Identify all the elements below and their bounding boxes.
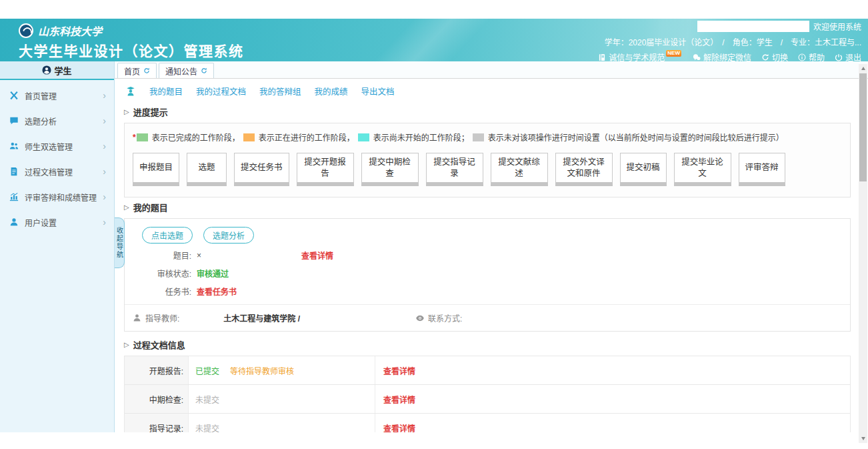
header-right: 欢迎使用系统 学年：2020届毕业设计（论文） / 角色：学生 / 专业：土木工…	[598, 21, 861, 63]
menu-item-icon	[9, 116, 19, 125]
scrollbar-thumb[interactable]	[859, 73, 867, 181]
sidebar-menu-item[interactable]: 师生双选管理 ›	[0, 133, 114, 159]
quick-nav-link[interactable]: 我的答辩组	[259, 85, 301, 97]
legend-text: 表示正在进行的工作阶段，	[259, 131, 355, 143]
document-detail-cell: 查看详情	[375, 414, 850, 432]
page-tabbar: 首页 通知公告	[115, 61, 868, 79]
unbind-wechat-link[interactable]: 解除绑定微信	[693, 51, 751, 63]
advisor-college: 土木工程与建筑学院 /	[223, 312, 300, 324]
page-tab-label: 首页	[124, 65, 140, 77]
university-logo-icon	[19, 23, 33, 38]
university-logo-row: 山东科技大学	[19, 23, 102, 39]
scroll-up-arrow[interactable]	[859, 64, 867, 73]
wechat-icon	[693, 53, 701, 61]
sidebar: 学生 首页管理 › 选题分析 › 师生双选管理 ›	[0, 61, 115, 432]
menu-item-icon	[9, 141, 19, 151]
progress-section-title: 进度提示	[133, 105, 168, 118]
menu-item-label: 选题分析	[25, 115, 57, 127]
document-status-note: 等待指导教师审核	[230, 365, 294, 376]
collapse-nav-handle[interactable]: 收起导航	[115, 217, 125, 268]
integrity-link[interactable]: 诚信与学术规范 NEW	[598, 51, 683, 63]
topic-section-title: 我的题目	[133, 201, 168, 213]
help-link[interactable]: 帮助	[798, 51, 825, 63]
sidebar-menu: 首页管理 › 选题分析 › 师生双选管理 › 过程文档管理	[0, 80, 114, 235]
menu-item-icon	[9, 91, 19, 100]
document-detail-cell: 查看详情	[375, 385, 850, 413]
topic-section-header: ▷ 我的题目	[124, 201, 859, 213]
document-label: 指导记录:	[125, 414, 189, 432]
quick-nav-link[interactable]: 我的成绩	[315, 85, 348, 97]
quick-nav-row: 我的题目 我的过程文档 我的答辩组 我的成绩 导出文档	[124, 79, 859, 102]
document-detail-link[interactable]: 查看详情	[383, 394, 415, 405]
chevron-right-icon: ›	[103, 167, 106, 176]
quick-nav-link[interactable]: 我的过程文档	[196, 85, 246, 97]
quick-nav-link[interactable]: 我的题目	[149, 85, 183, 97]
status-field-row: 审核状态: 审核通过	[125, 264, 850, 282]
redacted-topic-box	[201, 251, 301, 260]
session-info-line: 学年：2020届毕业设计（论文） / 角色：学生 / 专业：土木工程与...	[598, 36, 861, 47]
topic-field-row: 题目: × 查看详情	[125, 246, 850, 264]
progress-step-box: 提交文献综述	[491, 153, 548, 186]
logout-link[interactable]: 退出	[835, 51, 861, 63]
review-status-value: 审核通过	[197, 268, 229, 279]
sidebar-menu-item[interactable]: 首页管理 ›	[0, 83, 114, 108]
page-tab[interactable]: 通知公告	[159, 63, 214, 78]
contact-label: 联系方式:	[428, 312, 462, 324]
progress-step-box: 申报题目	[133, 153, 179, 186]
document-status-cell: 未提交	[189, 385, 375, 413]
switch-role-link[interactable]: 切换	[761, 51, 788, 63]
progress-step-box: 评审答辩	[739, 153, 785, 186]
topic-label: 题目:	[125, 250, 191, 261]
role-user-icon	[42, 65, 51, 75]
topic-value: ×	[197, 251, 201, 260]
system-title: 大学生毕业设计（论文）管理系统	[19, 40, 244, 60]
refresh-icon	[761, 53, 769, 61]
advisor-label: 指导教师:	[145, 312, 179, 324]
menu-item-icon	[9, 167, 19, 176]
document-status: 未提交	[195, 422, 219, 433]
menu-item-label: 师生双选管理	[25, 141, 73, 152]
documents-section-header: ▷ 过程文档信息	[124, 338, 859, 351]
document-label: 开题报告:	[125, 356, 189, 384]
advisor-row: 指导教师: 土木工程与建筑学院 / 联系方式:	[125, 304, 850, 331]
document-status-cell: 已提交 等待指导教师审核	[189, 356, 375, 384]
progress-legend: * 表示已完成的工作阶段， 表示正在进行的工作阶段， 表示尚未开始的工作阶	[133, 131, 842, 143]
document-status: 未提交	[195, 394, 219, 405]
sidebar-menu-item[interactable]: 评审答辩和成绩管理 ›	[0, 184, 114, 209]
power-icon	[835, 53, 843, 61]
topic-analysis-button[interactable]: 选题分析	[203, 227, 254, 244]
legend-color-swatch	[137, 133, 148, 141]
review-status-label: 审核状态:	[125, 268, 191, 279]
tab-refresh-icon[interactable]	[143, 67, 150, 74]
menu-item-label: 首页管理	[25, 90, 57, 101]
task-book-link[interactable]: 查看任务书	[197, 286, 237, 297]
legend-color-swatch	[473, 133, 484, 141]
document-detail-link[interactable]: 查看详情	[383, 422, 415, 433]
topic-buttons-row: 点击选题 选题分析	[125, 224, 850, 246]
document-detail-link[interactable]: 查看详情	[383, 365, 415, 376]
header-links: 诚信与学术规范 NEW 解除绑定微信 切换 帮助 退出	[598, 51, 861, 63]
scroll-down-arrow[interactable]	[859, 434, 867, 443]
choose-topic-button[interactable]: 点击选题	[142, 227, 193, 244]
progress-step-box: 选题	[187, 153, 227, 186]
quick-nav-link[interactable]: 导出文档	[361, 85, 395, 97]
progress-step-box: 提交中期检查	[361, 153, 419, 186]
chevron-right-icon: ›	[103, 192, 106, 201]
legend-color-swatch	[358, 133, 369, 141]
tab-refresh-icon[interactable]	[201, 67, 207, 74]
menu-item-icon	[9, 217, 19, 227]
sidebar-menu-item[interactable]: 用户设置 ›	[0, 209, 114, 235]
sidebar-menu-item[interactable]: 过程文档管理 ›	[0, 159, 114, 184]
vertical-scrollbar[interactable]	[859, 64, 867, 443]
page-tab[interactable]: 首页	[117, 63, 157, 78]
section-arrow-icon: ▷	[124, 203, 129, 211]
sidebar-menu-item[interactable]: 选题分析 ›	[0, 108, 114, 133]
legend-text: 表示尚未开始的工作阶段；	[373, 131, 469, 143]
welcome-line: 欢迎使用系统	[598, 21, 861, 32]
university-name: 山东科技大学	[38, 23, 102, 39]
topic-detail-link[interactable]: 查看详情	[301, 250, 333, 261]
role-label: 学生	[54, 64, 71, 77]
legend-item: * 表示已完成的工作阶段，	[133, 131, 240, 143]
progress-step-box: 提交毕业论文	[674, 153, 731, 186]
book-icon	[598, 53, 606, 61]
